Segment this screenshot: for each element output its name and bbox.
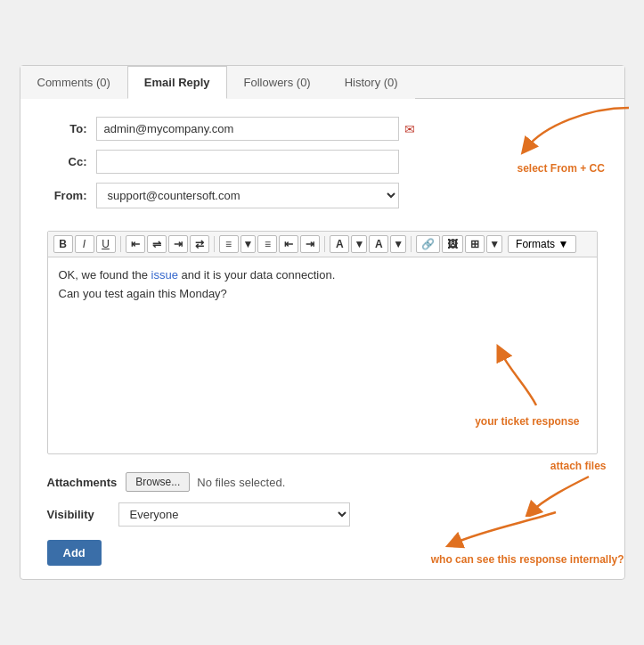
font-color-arrow-button[interactable]: ▼	[351, 235, 367, 253]
add-button[interactable]: Add	[47, 540, 102, 566]
tab-history[interactable]: History (0)	[328, 66, 415, 99]
bottom-area: Attachments Browse... No files selected.…	[20, 463, 624, 579]
attach-label: Attachments	[47, 476, 118, 489]
cc-input[interactable]	[96, 150, 399, 174]
toolbar-sep-1	[120, 236, 121, 252]
toolbar-sep-4	[411, 236, 412, 252]
list-ol-button[interactable]: ≡	[257, 235, 277, 253]
cc-label: Cc:	[47, 155, 96, 168]
list-ul-button[interactable]: ≡	[219, 235, 239, 253]
font-color-button[interactable]: A	[330, 235, 349, 253]
no-files-text: No files selected.	[197, 476, 285, 489]
editor-toolbar: B I U ⇤ ⇌ ⇥ ⇄ ≡ ▼ ≡ ⇤ ⇥ A ▼ A ▼ 🔗	[48, 232, 597, 257]
align-right-button[interactable]: ⇥	[168, 235, 188, 253]
to-row: To: ✉	[47, 117, 598, 141]
to-input[interactable]	[96, 117, 399, 141]
attach-row: Attachments Browse... No files selected.	[47, 472, 598, 492]
from-select[interactable]: support@countersoft.com	[96, 183, 399, 208]
table-button[interactable]: ⊞	[465, 235, 485, 253]
bold-button[interactable]: B	[53, 235, 73, 253]
annotation-visibility-text: who can see this response internally?	[431, 553, 624, 566]
to-label: To:	[47, 122, 96, 135]
browse-button[interactable]: Browse...	[126, 472, 190, 492]
editor-wrapper: B I U ⇤ ⇌ ⇥ ⇄ ≡ ▼ ≡ ⇤ ⇥ A ▼ A ▼ 🔗	[20, 231, 624, 454]
align-left-button[interactable]: ⇤	[126, 235, 145, 253]
from-label: From:	[47, 189, 96, 202]
align-justify-button[interactable]: ⇄	[190, 235, 209, 253]
formats-button[interactable]: Formats ▼	[508, 235, 576, 253]
align-center-button[interactable]: ⇌	[147, 235, 167, 253]
underline-button[interactable]: U	[96, 235, 116, 253]
visibility-label: Visibility	[47, 508, 110, 521]
list-ul-arrow-button[interactable]: ▼	[240, 235, 257, 253]
table-arrow-button[interactable]: ▼	[486, 235, 502, 253]
cc-row: Cc:	[47, 150, 598, 174]
tab-comments[interactable]: Comments (0)	[20, 66, 127, 99]
editor-highlight: issue	[151, 268, 178, 282]
main-container: Comments (0) Email Reply Followers (0) H…	[20, 65, 625, 580]
toolbar-sep-2	[214, 236, 215, 252]
editor-content[interactable]: OK, we found the issue and it is your da…	[48, 257, 597, 453]
annotation-attach-text: attach files	[550, 460, 607, 472]
indent-increase-button[interactable]: ⇥	[300, 235, 320, 253]
editor-line-1: OK, we found the issue and it is your da…	[59, 266, 586, 285]
toolbar-sep-3	[324, 236, 325, 252]
link-button[interactable]: 🔗	[416, 235, 440, 253]
indent-decrease-button[interactable]: ⇤	[279, 235, 298, 253]
visibility-select[interactable]: Everyone Internal only Staff only	[118, 502, 350, 527]
editor-line-2: Can you test again this Monday?	[59, 285, 586, 304]
tab-followers[interactable]: Followers (0)	[227, 66, 328, 99]
editor-line1-pre: OK, we found the	[59, 268, 151, 282]
italic-button[interactable]: I	[75, 235, 94, 253]
from-row: From: support@countersoft.com	[47, 183, 598, 208]
form-area: To: ✉ Cc: From: support@countersoft.com	[20, 99, 624, 231]
visibility-row: Visibility Everyone Internal only Staff …	[47, 502, 598, 527]
image-button[interactable]: 🖼	[442, 235, 463, 253]
tab-bar: Comments (0) Email Reply Followers (0) H…	[20, 66, 624, 99]
tab-email-reply[interactable]: Email Reply	[127, 66, 227, 99]
highlight-arrow-button[interactable]: ▼	[390, 235, 406, 253]
editor-section: B I U ⇤ ⇌ ⇥ ⇄ ≡ ▼ ≡ ⇤ ⇥ A ▼ A ▼ 🔗	[47, 231, 598, 454]
editor-line1-post: and it is your data connection.	[178, 268, 335, 282]
highlight-button[interactable]: A	[369, 235, 388, 253]
email-icon: ✉	[404, 122, 415, 136]
